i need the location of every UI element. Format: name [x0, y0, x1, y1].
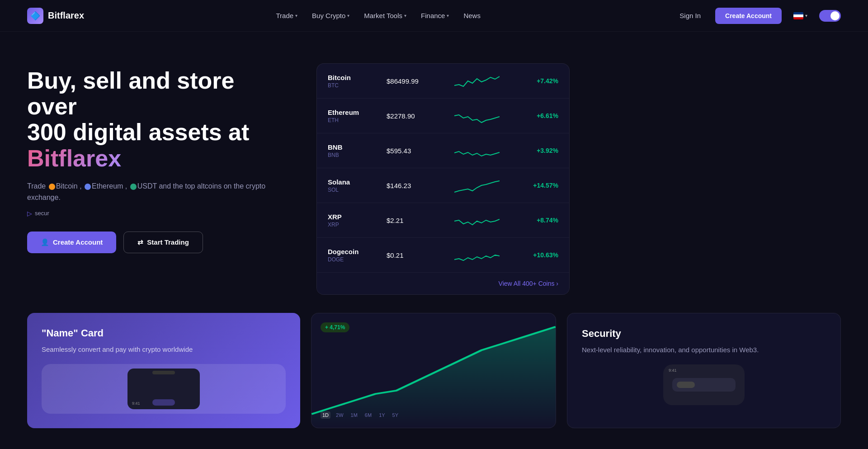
hero-content: Buy, sell and store over 300 digital ass… — [27, 59, 280, 253]
logo-text: Bitflarex — [48, 10, 84, 21]
nav-trade[interactable]: Trade ▾ — [276, 12, 297, 19]
logo[interactable]: 🔷 Bitflarex — [27, 8, 84, 24]
language-selector[interactable]: ▾ — [789, 9, 812, 22]
sparkline-sol — [441, 176, 513, 194]
chart-tab-1d[interactable]: 1D — [321, 411, 330, 419]
view-all-coins-link[interactable]: View All 400+ Coins › — [317, 273, 569, 294]
security-phone: 9:41 — [582, 364, 826, 405]
hero-subtitle: Trade Bitcoin , Ethereum , USDT and the … — [27, 180, 280, 203]
phone-element — [152, 399, 175, 406]
table-row[interactable]: Dogecoin DOGE $0.21 +10.63% — [317, 238, 569, 273]
table-row[interactable]: Solana SOL $146.23 +14.57% — [317, 168, 569, 203]
sec-phone-time: 9:41 — [669, 368, 677, 373]
create-account-button[interactable]: Create Account — [715, 8, 782, 24]
chart-tab-2w[interactable]: 2W — [334, 411, 345, 419]
hero-brand-name: Bitflarex — [27, 145, 121, 171]
name-card-desc: Seamlessly convert and pay with crypto w… — [42, 345, 286, 355]
nav-links: Trade ▾ Buy Crypto ▾ Market Tools ▾ Fina… — [276, 12, 481, 19]
nav-market-tools[interactable]: Market Tools ▾ — [364, 12, 406, 19]
hero-title: Buy, sell and store over 300 digital ass… — [27, 68, 280, 171]
nav-finance[interactable]: Finance ▾ — [421, 12, 449, 19]
hero-start-trading-button[interactable]: ⇄ Start Trading — [123, 232, 203, 253]
security-card: Security Next-level reliability, innovat… — [567, 313, 841, 428]
trade-icon: ⇄ — [137, 238, 143, 246]
sec-phone-screen: 9:41 — [663, 364, 745, 405]
price-table: Bitcoin BTC $86499.99 +7.42% Ethereum ET… — [316, 63, 570, 295]
chart-card: + 4,71% 1D 2W 1M 6M 1Y 5Y — [311, 313, 556, 428]
navbar: 🔷 Bitflarex Trade ▾ Buy Crypto ▾ Market … — [0, 0, 868, 32]
chart-tab-6m[interactable]: 6M — [363, 411, 373, 419]
hero-section: Buy, sell and store over 300 digital ass… — [0, 32, 868, 313]
chart-tabs: 1D 2W 1M 6M 1Y 5Y — [321, 411, 400, 419]
flag-icon — [793, 12, 803, 19]
toggle-knob — [830, 11, 840, 20]
table-row[interactable]: Bitcoin BTC $86499.99 +7.42% — [317, 64, 569, 99]
nav-news[interactable]: News — [463, 12, 481, 19]
nav-buy-crypto[interactable]: Buy Crypto ▾ — [312, 12, 349, 19]
user-icon: 👤 — [41, 238, 49, 246]
hero-actions: 👤 Create Account ⇄ Start Trading — [27, 232, 280, 253]
sec-pill — [677, 382, 695, 388]
name-card-title: "Name" Card — [42, 327, 286, 339]
sparkline-bnb — [441, 142, 513, 160]
table-row[interactable]: Ethereum ETH $2278.90 +6.61% — [317, 99, 569, 133]
shield-icon: ▷ — [27, 210, 32, 217]
bottom-section: "Name" Card Seamlessly convert and pay w… — [0, 313, 868, 446]
chevron-down-icon: ▾ — [295, 13, 297, 18]
phone-mockup: 9:41 — [42, 364, 286, 414]
sparkline-xrp — [441, 211, 513, 229]
security-label: ▷ secur — [27, 210, 280, 217]
hero-create-account-button[interactable]: 👤 Create Account — [27, 232, 116, 253]
sparkline-doge — [441, 246, 513, 264]
chevron-down-icon: ▾ — [347, 13, 349, 18]
sparkline-eth — [441, 107, 513, 125]
security-card-desc: Next-level reliability, innovation, and … — [582, 345, 826, 355]
theme-toggle[interactable] — [819, 10, 841, 22]
chart-tab-1m[interactable]: 1M — [349, 411, 359, 419]
phone-screen: 9:41 — [127, 369, 200, 409]
logo-icon: 🔷 — [27, 8, 43, 24]
sparkline-btc — [441, 72, 513, 90]
nav-actions: Sign In Create Account ▾ — [672, 8, 841, 24]
chart-tab-1y[interactable]: 1Y — [377, 411, 387, 419]
chevron-down-icon: ▾ — [805, 13, 807, 18]
phone-notch — [152, 371, 175, 374]
sec-phone-inner — [672, 378, 736, 392]
name-card: "Name" Card Seamlessly convert and pay w… — [27, 313, 300, 428]
chart-tab-5y[interactable]: 5Y — [391, 411, 400, 419]
phone-time: 9:41 — [132, 401, 140, 406]
chevron-down-icon: ▾ — [447, 13, 449, 18]
table-row[interactable]: BNB BNB $595.43 +3.92% — [317, 133, 569, 168]
chevron-down-icon: ▾ — [404, 13, 406, 18]
table-row[interactable]: XRP XRP $2.21 +8.74% — [317, 203, 569, 238]
sign-in-button[interactable]: Sign In — [672, 8, 708, 23]
security-card-title: Security — [582, 328, 826, 340]
